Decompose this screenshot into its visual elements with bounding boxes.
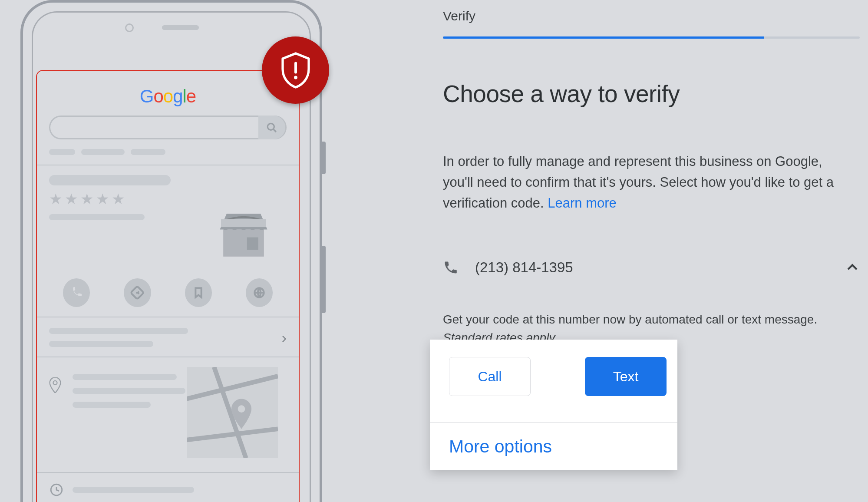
call-button[interactable]: Call [449, 357, 531, 396]
search-icon [258, 116, 285, 139]
text-button[interactable]: Text [585, 357, 667, 396]
progress-step-label: Verify [443, 9, 860, 23]
page-title: Choose a way to verify [443, 80, 860, 108]
location-pin-icon [49, 377, 61, 393]
phone-screen: Google ★★★★★ [36, 70, 300, 502]
more-options-link[interactable]: More options [449, 436, 658, 457]
chevron-right-icon: › [282, 329, 287, 346]
svg-line-1 [273, 129, 276, 132]
svg-rect-4 [221, 219, 266, 227]
svg-point-15 [294, 76, 297, 79]
bookmark-icon [185, 278, 212, 307]
storefront-icon [215, 202, 272, 259]
svg-point-7 [53, 381, 57, 385]
verify-phone-illustration: Google ★★★★★ [20, 0, 333, 502]
globe-icon [246, 278, 273, 307]
call-icon [63, 278, 90, 307]
directions-icon [124, 278, 151, 307]
learn-more-link[interactable]: Learn more [548, 195, 617, 211]
svg-point-12 [238, 405, 245, 413]
search-bar-placeholder [49, 116, 287, 139]
phone-icon [443, 260, 459, 275]
shield-alert-badge [262, 36, 329, 104]
verify-description: In order to fully manage and represent t… [443, 151, 842, 214]
google-logo: Google [49, 86, 287, 107]
map-thumbnail [187, 367, 278, 458]
chevron-up-icon [845, 260, 860, 275]
verify-action-card: Call Text More options [430, 340, 677, 470]
svg-rect-3 [247, 237, 258, 250]
clock-icon [49, 482, 64, 497]
svg-point-0 [267, 123, 274, 130]
progress-bar [443, 36, 860, 39]
phone-number: (213) 814-1395 [475, 259, 573, 276]
verify-description-text: In order to fully manage and represent t… [443, 154, 834, 211]
phone-verify-row[interactable]: (213) 814-1395 [443, 259, 860, 276]
